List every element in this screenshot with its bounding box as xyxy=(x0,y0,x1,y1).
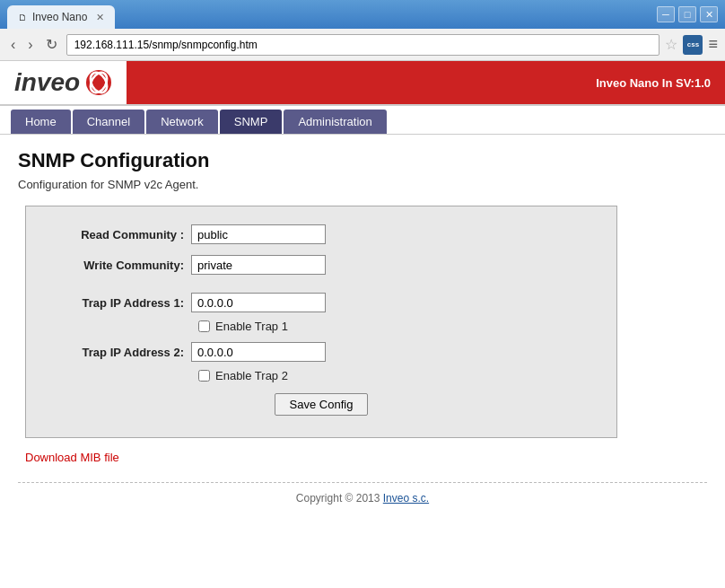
enable-trap1-checkbox[interactable] xyxy=(198,320,210,332)
page-title: SNMP Configuration xyxy=(18,149,707,172)
page-subtitle: Configuration for SNMP v2c Agent. xyxy=(18,178,707,191)
enable-trap2-label: Enable Trap 2 xyxy=(215,369,288,382)
read-community-label: Read Community : xyxy=(48,228,191,241)
site-tagline: Inveo Nano In SV:1.0 xyxy=(127,61,725,104)
site-header: inveo Inveo Nano In SV:1.0 xyxy=(0,61,725,106)
write-community-input[interactable] xyxy=(191,255,326,275)
back-button[interactable]: ‹ xyxy=(7,35,19,55)
trap-ip1-row: Trap IP Address 1: xyxy=(48,293,595,312)
window-frame: 🗋 Inveo Nano ✕ ─ □ ✕ ‹ › ↻ ☆ css ≡ inveo xyxy=(0,0,725,588)
write-community-row: Write Community: xyxy=(48,255,595,275)
save-config-button[interactable]: Save Config xyxy=(275,393,369,416)
nav-item-channel[interactable]: Channel xyxy=(73,110,144,134)
url-input[interactable] xyxy=(66,34,660,56)
close-button[interactable]: ✕ xyxy=(700,6,718,22)
write-community-label: Write Community: xyxy=(48,259,191,272)
nav-item-home[interactable]: Home xyxy=(11,110,71,134)
nav-item-network[interactable]: Network xyxy=(146,110,218,134)
site-logo: inveo xyxy=(0,61,127,104)
browser-tab[interactable]: 🗋 Inveo Nano ✕ xyxy=(7,5,115,29)
enable-trap1-row: Enable Trap 1 xyxy=(198,320,595,333)
close-tab-icon[interactable]: ✕ xyxy=(96,12,104,23)
trap-ip1-label: Trap IP Address 1: xyxy=(48,296,191,310)
trap-ip1-input[interactable] xyxy=(191,293,326,312)
forward-button[interactable]: › xyxy=(24,35,36,55)
address-bar: ‹ › ↻ ☆ css ≡ xyxy=(0,29,725,61)
logo-text: inveo xyxy=(14,68,80,97)
extension-icon[interactable]: css xyxy=(683,35,703,55)
nav-item-snmp[interactable]: SNMP xyxy=(220,110,283,134)
trap-ip2-input[interactable] xyxy=(191,342,326,362)
read-community-input[interactable] xyxy=(191,224,326,244)
logo-icon xyxy=(85,69,112,96)
tagline-text: Inveo Nano In SV:1.0 xyxy=(596,76,711,90)
browser-menu-icon[interactable]: ≡ xyxy=(708,35,718,54)
bookmark-icon[interactable]: ☆ xyxy=(665,36,677,53)
refresh-button[interactable]: ↻ xyxy=(42,34,61,55)
title-bar: 🗋 Inveo Nano ✕ ─ □ ✕ xyxy=(0,0,725,29)
download-mib-link[interactable]: Download MIB file xyxy=(25,451,119,464)
config-box: Read Community : Write Community: Trap I… xyxy=(25,206,617,438)
nav-item-administration[interactable]: Administration xyxy=(284,110,386,134)
footer-text: Copyright © 2013 xyxy=(296,492,383,505)
minimize-button[interactable]: ─ xyxy=(657,6,675,22)
browser-content: inveo Inveo Nano In SV:1.0 Home Channel … xyxy=(0,61,725,588)
maximize-button[interactable]: □ xyxy=(678,6,696,22)
page-footer: Copyright © 2013 Inveo s.c. xyxy=(18,482,707,513)
window-controls: ─ □ ✕ xyxy=(657,6,718,22)
tab-favicon: 🗋 xyxy=(18,13,27,22)
nav-menu: Home Channel Network SNMP Administration xyxy=(0,106,725,135)
enable-trap2-checkbox[interactable] xyxy=(198,370,210,382)
trap-ip2-row: Trap IP Address 2: xyxy=(48,342,595,362)
enable-trap1-label: Enable Trap 1 xyxy=(215,320,288,333)
footer-link[interactable]: Inveo s.c. xyxy=(383,492,429,505)
tab-title: Inveo Nano xyxy=(32,11,87,23)
page-content: SNMP Configuration Configuration for SNM… xyxy=(0,135,725,588)
enable-trap2-row: Enable Trap 2 xyxy=(198,369,595,382)
trap-ip2-label: Trap IP Address 2: xyxy=(48,346,191,359)
read-community-row: Read Community : xyxy=(48,224,595,244)
